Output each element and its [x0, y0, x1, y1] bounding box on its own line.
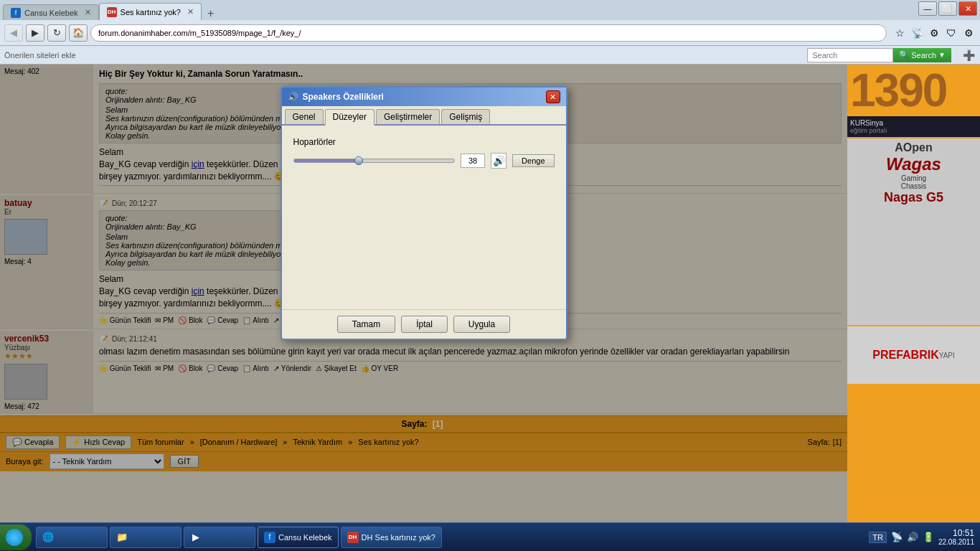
start-button[interactable]	[0, 524, 32, 550]
language-indicator: TR	[869, 532, 887, 543]
clock-time: 10:51	[938, 528, 974, 538]
ad-number: 1390	[850, 67, 977, 113]
rss-icon[interactable]: 📡	[910, 26, 924, 40]
taskbar-item-cansu[interactable]: f Cansu Kelebek	[258, 527, 339, 548]
tab-gelismis[interactable]: Gelişmiş	[441, 109, 490, 124]
mediaplayer-icon: ▶	[190, 532, 202, 543]
ad-kurs-sub: eğitim portalı	[850, 127, 977, 134]
windows-logo-icon	[6, 529, 23, 546]
network-tray-icon: 📡	[891, 532, 903, 543]
close-button[interactable]: ✕	[958, 1, 977, 16]
ie-icon: 🌐	[42, 532, 54, 543]
settings-icon[interactable]: ⚙	[961, 26, 976, 40]
maximize-button[interactable]: ⬜	[938, 1, 957, 16]
section-label: Hoparlörler	[293, 137, 555, 147]
search-input[interactable]	[807, 48, 893, 62]
minimize-button[interactable]: —	[918, 1, 937, 16]
taskbar-right: TR 📡 🔊 🔋 10:51 22.08.2011	[863, 528, 980, 546]
tab-duzeyler[interactable]: Düzeyler	[325, 109, 374, 126]
ad-kurs-title: KURSinya	[850, 119, 977, 127]
taskbar-ie-icon[interactable]: 🌐	[36, 527, 108, 548]
dialog-empty-space	[293, 169, 555, 298]
add-favorites-icon[interactable]: ➕	[961, 48, 976, 62]
uygula-button[interactable]: Uygula	[453, 316, 510, 333]
ad-prefabrik[interactable]: PREFABRIK YAPI	[847, 326, 980, 384]
search-button[interactable]: 🔍 Search ▼	[893, 48, 951, 62]
bookmark-star-icon[interactable]: ☆	[892, 26, 907, 40]
ad-yapi-label: YAPI	[939, 352, 955, 359]
tamam-button[interactable]: Tamam	[337, 316, 395, 333]
dialog-tabs: Genel Düzeyler Geliştirmeler Gelişmiş	[282, 106, 566, 126]
taskbar-items: 🌐 📁 ▶ f Cansu Kelebek DH DH Ses kartınız…	[32, 527, 863, 548]
dialog-close-button[interactable]: ✕	[546, 90, 560, 103]
address-bar[interactable]	[90, 24, 887, 42]
explorer-icon: 📁	[116, 532, 128, 543]
tab-gelistirmeler[interactable]: Geliştirmeler	[376, 109, 440, 124]
tools-icon[interactable]: ⚙	[927, 26, 941, 40]
taskbar-dh-label: DH Ses kartınız yok?	[362, 533, 435, 542]
ad-kurs[interactable]: KURSinya eğitim portalı	[847, 116, 980, 137]
taskbar-fb-icon: f	[264, 532, 275, 543]
dialog-titlebar: 🔊 Speakers Özellikleri ✕	[282, 88, 566, 106]
forward-button[interactable]: ▶	[26, 24, 44, 42]
volume-row: 38 🔊 Denge	[293, 153, 555, 169]
bookmark-suggestion: Önerilen siteleri ekle	[4, 51, 76, 60]
iptal-button[interactable]: İptal	[401, 316, 448, 333]
home-button[interactable]: 🏠	[69, 24, 88, 42]
volume-value: 38	[461, 154, 485, 168]
tab-close-cansu[interactable]: ✕	[85, 8, 91, 17]
tab-genel[interactable]: Genel	[285, 109, 324, 124]
refresh-button[interactable]: ↻	[47, 24, 66, 42]
browser-tab-cansu[interactable]: f Cansu Kelebek ✕	[3, 4, 99, 20]
volume-tray-icon[interactable]: 🔊	[907, 532, 918, 543]
ad-chassis-label: Chassis	[901, 182, 927, 190]
dialog-overlay: 🔊 Speakers Özellikleri ✕ Genel Düzeyler …	[0, 65, 847, 522]
denge-button[interactable]: Denge	[512, 154, 554, 167]
browser-tab-dh[interactable]: DH Ses kartınız yok? ✕	[99, 3, 202, 20]
ad-aopen-title: AOpen	[895, 141, 932, 154]
volume-mute-icon[interactable]: 🔊	[491, 153, 507, 169]
tab-favicon-cansu: f	[11, 8, 21, 18]
tab-label-dh: Ses kartınız yok?	[121, 8, 181, 17]
dialog-body: Hoparlörler 38 🔊 Denge	[282, 126, 566, 309]
system-clock: 10:51 22.08.2011	[938, 528, 974, 546]
tab-favicon-dh: DH	[107, 7, 117, 17]
new-tab-button[interactable]: +	[204, 7, 217, 20]
clock-date: 22.08.2011	[938, 538, 974, 546]
ad-wagas-title: Wagas	[886, 154, 941, 174]
search-dropdown-icon[interactable]: ▼	[938, 51, 946, 59]
taskbar-mediaplayer-icon[interactable]: ▶	[184, 527, 255, 548]
taskbar-dh-icon: DH	[347, 532, 359, 543]
battery-tray-icon: 🔋	[923, 532, 934, 543]
taskbar-cansu-label: Cansu Kelebek	[278, 533, 332, 542]
back-button[interactable]: ◀	[4, 24, 23, 42]
dialog-footer: Tamam İptal Uygula	[282, 309, 566, 339]
right-sidebar: 1390 KURSinya eğitim portalı AOpen Wagas…	[847, 65, 980, 522]
safety-icon[interactable]: 🛡	[944, 26, 958, 40]
ad-gaming-label: Gaming	[901, 174, 926, 182]
volume-thumb	[354, 156, 363, 165]
dialog-title-text: 🔊 Speakers Özellikleri	[288, 92, 384, 102]
search-label: Search	[911, 51, 936, 60]
ad-aopen[interactable]: AOpen Wagas Gaming Chassis Nagas G5	[847, 138, 980, 325]
tab-close-dh[interactable]: ✕	[187, 7, 194, 17]
speakers-dialog: 🔊 Speakers Özellikleri ✕ Genel Düzeyler …	[281, 86, 567, 340]
speaker-icon: 🔊	[288, 92, 298, 102]
taskbar: 🌐 📁 ▶ f Cansu Kelebek DH DH Ses kartınız…	[0, 522, 980, 551]
tab-label-cansu: Cansu Kelebek	[24, 9, 78, 17]
volume-slider[interactable]	[293, 159, 456, 163]
taskbar-explorer-icon[interactable]: 📁	[110, 527, 182, 548]
taskbar-item-dh[interactable]: DH DH Ses kartınız yok?	[341, 527, 442, 548]
ad-prefabrik-title: PREFABRIK	[872, 349, 938, 362]
search-icon: 🔍	[899, 50, 909, 60]
ad-nagas-label: Nagas G5	[884, 190, 943, 205]
